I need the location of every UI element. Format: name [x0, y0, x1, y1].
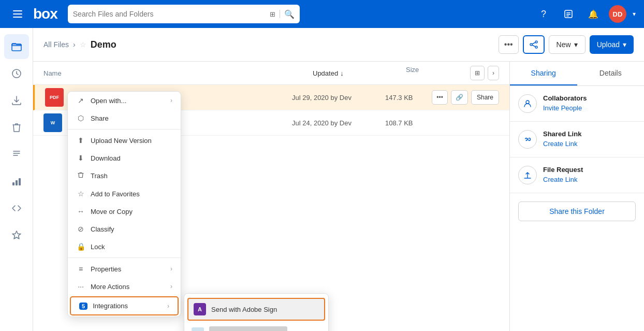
upload-button[interactable]: Upload ▾ [590, 35, 634, 54]
sidebar-item-analytics[interactable] [4, 169, 29, 194]
svg-line-16 [532, 45, 535, 47]
new-button[interactable]: New ▾ [549, 35, 586, 54]
search-controls: ⊞ 🔍 [270, 9, 295, 19]
more-actions-arrow-icon: › [170, 283, 172, 290]
context-menu-divider-2 [68, 257, 181, 258]
file-date: Jul 24, 2020 by Dev [292, 119, 385, 127]
file-link-button[interactable]: 🔗 [451, 90, 468, 105]
adobe-sign-icon: A [194, 303, 206, 315]
submenu-placeholder-1 [184, 322, 328, 331]
download-icon: ⬇ [76, 154, 85, 162]
context-menu-item-more-actions[interactable]: ··· More Actions › [68, 278, 181, 295]
share-folder-button[interactable]: Share this Folder [518, 202, 636, 221]
move-copy-icon: ↔ [76, 207, 85, 215]
context-menu-item-integrations[interactable]: 5 Integrations › A Send with Adobe Sign [70, 296, 179, 315]
classify-icon: ⊘ [76, 225, 85, 233]
help-button[interactable]: ? [534, 5, 553, 23]
shared-link-icon [518, 130, 537, 149]
context-menu-item-add-to-favorites[interactable]: ☆ Add to Favorites [68, 185, 181, 203]
box-logo: box [33, 6, 57, 22]
breadcrumb-current: Demo [91, 39, 116, 50]
context-menu-item-trash[interactable]: Trash [68, 167, 181, 185]
more-options-button[interactable]: ••• [499, 35, 519, 54]
main-layout: All Files › ☆ Demo ••• New [0, 28, 644, 331]
invite-people-link[interactable]: Invite People [543, 104, 582, 112]
file-share-button[interactable]: Share [471, 90, 499, 105]
svg-rect-4 [566, 12, 570, 13]
search-bar: ⊞ 🔍 [68, 5, 300, 23]
toolbar-right: ••• New ▾ Upload ▾ [499, 35, 634, 54]
breadcrumb-separator: › [73, 40, 76, 49]
flow-button[interactable] [523, 35, 545, 54]
integrations-arrow-icon: › [167, 303, 169, 310]
tab-sharing[interactable]: Sharing [510, 62, 577, 85]
context-menu-item-move-or-copy[interactable]: ↔ Move or Copy [68, 203, 181, 220]
breadcrumb-parent[interactable]: All Files [43, 40, 69, 49]
file-list-header: Name Updated ↓ Size ⊞ › [33, 62, 509, 85]
properties-arrow-icon: › [170, 265, 172, 272]
context-menu-item-open-with[interactable]: ↗ Open with... › [68, 92, 181, 109]
sidebar-item-trash[interactable] [4, 115, 29, 140]
properties-icon: ≡ [76, 265, 85, 273]
more-actions-icon: ··· [76, 282, 85, 291]
sidebar-item-dev[interactable] [4, 196, 29, 221]
file-more-button[interactable]: ••• [432, 90, 448, 105]
file-request-text: File Request Create Link [543, 166, 583, 184]
svg-point-14 [535, 46, 537, 48]
col-header-updated[interactable]: Updated ↓ [313, 66, 406, 80]
context-menu-divider [68, 129, 181, 129]
open-with-arrow-icon: › [170, 97, 172, 104]
file-size: 147.3 KB [385, 94, 437, 102]
search-magnifier-icon[interactable]: 🔍 [284, 9, 295, 19]
user-avatar[interactable]: DD [609, 5, 626, 23]
search-grid-icon[interactable]: ⊞ [270, 10, 275, 18]
hamburger-menu[interactable] [8, 5, 27, 23]
favorites-icon: ☆ [76, 190, 85, 198]
svg-point-17 [526, 100, 529, 104]
context-menu-item-share[interactable]: ⬡ Share [68, 109, 181, 127]
col-header-actions: ⊞ › [458, 66, 499, 80]
user-avatar-arrow[interactable]: ▾ [633, 10, 636, 18]
submenu-item-send-adobe-sign[interactable]: A Send with Adobe Sign [187, 298, 325, 321]
upload-arrow-icon: ▾ [623, 40, 626, 49]
context-menu-item-upload-new-version[interactable]: ⬆ Upload New Version [68, 132, 181, 149]
svg-rect-0 [13, 10, 22, 11]
upload-label: Upload [597, 40, 620, 49]
word-icon: W [43, 113, 62, 132]
create-link-shared[interactable]: Create Link [543, 140, 577, 148]
notifications-button[interactable]: 🔔 [584, 5, 603, 23]
sidebar-item-downloads[interactable] [4, 88, 29, 113]
breadcrumb-star[interactable]: ☆ [80, 40, 86, 49]
toolbar: All Files › ☆ Demo ••• New [33, 28, 644, 62]
share-icon: ⬡ [76, 114, 85, 122]
col-header-name: Name [43, 66, 313, 80]
panel-tabs: Sharing Details [510, 62, 644, 86]
open-with-icon: ↗ [76, 96, 85, 105]
create-link-file-request[interactable]: Create Link [543, 176, 577, 183]
right-panel: Sharing Details Collaborators Invite Peo… [509, 62, 644, 331]
sidebar-item-notes[interactable] [4, 142, 29, 167]
context-menu-item-lock[interactable]: 🔒 Lock [68, 238, 181, 255]
svg-rect-1 [13, 13, 22, 15]
integrations-count-badge: 5 [79, 303, 87, 310]
svg-rect-2 [13, 17, 22, 18]
svg-point-13 [535, 41, 537, 43]
col-header-size: Size [406, 66, 458, 80]
tab-details[interactable]: Details [577, 62, 645, 85]
search-input[interactable] [73, 10, 266, 18]
sidebar-item-favorites[interactable] [4, 223, 29, 248]
context-menu-item-properties[interactable]: ≡ Properties › [68, 260, 181, 278]
panel-section-collaborators: Collaborators Invite People [510, 86, 644, 122]
file-size: 108.7 KB [385, 119, 437, 127]
box-notes-button[interactable] [559, 5, 578, 23]
svg-point-12 [530, 44, 532, 46]
breadcrumb: All Files › ☆ Demo [43, 39, 116, 50]
sidebar-item-recent[interactable] [4, 61, 29, 86]
sidebar-item-files[interactable] [4, 34, 29, 59]
integrations-submenu: A Send with Adobe Sign [184, 293, 329, 331]
context-menu-item-download[interactable]: ⬇ Download [68, 149, 181, 167]
context-menu-item-classify[interactable]: ⊘ Classify [68, 220, 181, 238]
view-expand-button[interactable]: › [488, 66, 499, 80]
view-grid-button[interactable]: ⊞ [470, 66, 485, 80]
upload-version-icon: ⬆ [76, 136, 85, 145]
